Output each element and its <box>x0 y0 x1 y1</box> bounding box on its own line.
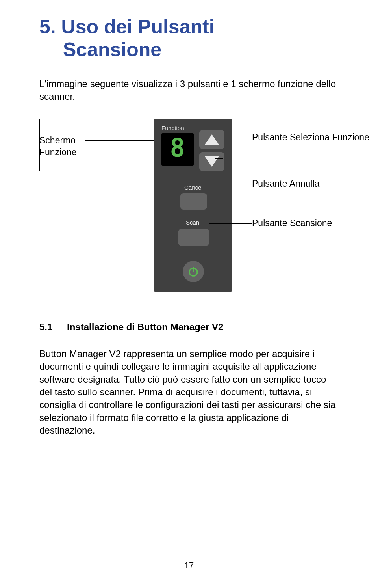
leader-line <box>206 182 252 182</box>
function-display: 8 <box>161 133 194 166</box>
scan-button[interactable] <box>178 229 209 246</box>
callout-schermo-funzione: Schermo Funzione <box>39 135 110 158</box>
heading-line-2: Scansione <box>39 39 339 61</box>
triangle-up-icon <box>205 134 219 145</box>
callout-annulla: Pulsante Annulla <box>252 178 370 190</box>
panel-label-scan: Scan <box>186 219 199 226</box>
panel-label-cancel: Cancel <box>184 184 203 191</box>
scanner-diagram: Schermo Funzione Function 8 Cancel Scan <box>39 119 339 308</box>
subsection-number: 5.1 <box>39 322 67 333</box>
leader-line <box>223 138 252 138</box>
leader-line <box>39 158 40 171</box>
page-number: 17 <box>39 560 339 571</box>
subsection-title-text: Installazione di Button Manager V2 <box>67 322 223 332</box>
leader-line <box>209 223 252 224</box>
leader-line <box>215 158 223 159</box>
section-heading: 5. Uso dei Pulsanti Scansione <box>39 16 339 61</box>
page-footer: 17 <box>39 555 339 571</box>
subsection-title: 5.1Installazione di Button Manager V2 <box>39 322 339 333</box>
function-digit: 8 <box>170 135 185 164</box>
function-up-button[interactable] <box>199 130 224 149</box>
document-page: 5. Uso dei Pulsanti Scansione L'immagine… <box>0 0 378 588</box>
callout-seleziona: Pulsante Seleziona Funzione <box>252 132 370 143</box>
heading-line-1: 5. Uso dei Pulsanti <box>39 16 339 39</box>
function-down-button[interactable] <box>199 152 224 171</box>
triangle-down-icon <box>205 156 219 167</box>
callout-scansione: Pulsante Scansione <box>252 218 370 229</box>
power-icon <box>187 266 199 277</box>
panel-label-function: Function <box>161 125 184 131</box>
intro-paragraph: L'immagine seguente visualizza i 3 pulsa… <box>39 78 339 103</box>
body-paragraph: Button Manager V2 rappresenta un semplic… <box>39 348 339 437</box>
footer-divider <box>39 555 339 555</box>
scanner-panel: Function 8 Cancel Scan <box>154 119 232 292</box>
cancel-button[interactable] <box>180 193 207 210</box>
power-button[interactable] <box>183 261 204 282</box>
